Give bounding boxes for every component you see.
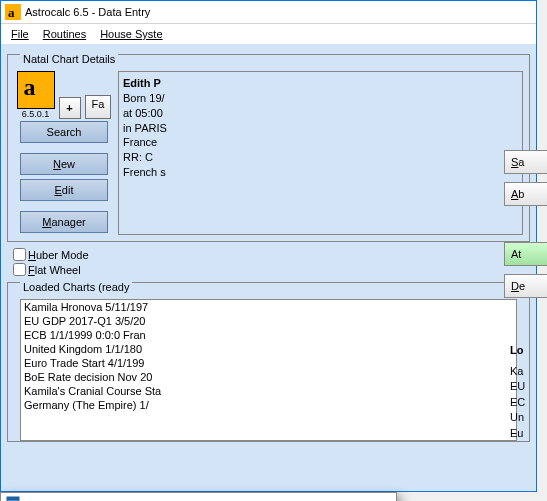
group-window-icon [5, 494, 21, 501]
main-titlebar: a Astrocalc 6.5 - Data Entry [1, 1, 536, 24]
version-label: 6.5.0.1 [17, 109, 55, 119]
loaded-charts-fieldset: Loaded Charts (ready Kamila Hronova 5/11… [7, 282, 530, 442]
attach-button[interactable]: At [504, 242, 547, 266]
list-item[interactable]: Germany (The Empire) 1/ [21, 398, 516, 412]
list-item[interactable]: Euro Trade Start 4/1/199 [21, 356, 516, 370]
menu-house-systems[interactable]: House Syste [96, 26, 166, 42]
list-item[interactable]: ECB 1/1/1999 0:0:0 Fran [21, 328, 516, 342]
save-button[interactable]: Sa [504, 150, 547, 174]
natal-chart-fieldset: Natal Chart Details 6.5.0.1 + Fa Search … [7, 54, 530, 242]
list-item[interactable]: Kamila Hronova 5/11/197 [21, 300, 516, 314]
svg-rect-3 [7, 497, 19, 500]
side-list-item: Ka [510, 364, 547, 379]
delete-button[interactable]: De [504, 274, 547, 298]
add-button[interactable]: + [59, 97, 81, 119]
side-list-item: EC [510, 395, 547, 410]
chart-info-box: Edith P Born 19/ at 05:00 in PARIS Franc… [118, 71, 523, 235]
group-titlebar [1, 493, 396, 501]
side-list-item: Un [510, 410, 547, 425]
side-buttons: Sa Ab At De Lo Ka EU EC Un Eu [504, 150, 547, 441]
flat-wheel-checkbox[interactable]: Flat Wheel [13, 263, 524, 276]
list-item[interactable]: United Kingdom 1/1/180 [21, 342, 516, 356]
list-item[interactable]: Kamila's Cranial Course Sta [21, 384, 516, 398]
loaded-charts-label: Loaded Charts (ready [20, 281, 132, 293]
main-menubar: File Routines House Syste [1, 24, 536, 44]
svg-text:a: a [8, 5, 15, 20]
edit-button[interactable]: Edit [20, 179, 108, 201]
natal-chart-label: Natal Chart Details [20, 53, 118, 65]
favorites-button[interactable]: Fa [85, 95, 112, 119]
side-list-item: Eu [510, 426, 547, 441]
huber-mode-checkbox[interactable]: Huber Mode [13, 248, 524, 261]
group-window: File Chart Files Chart Groups Active Gro… [0, 492, 397, 501]
side-loaded-label: Lo [504, 344, 547, 356]
list-item[interactable]: EU GDP 2017-Q1 3/5/20 [21, 314, 516, 328]
main-window: a Astrocalc 6.5 - Data Entry File Routin… [0, 0, 537, 492]
main-title: Astrocalc 6.5 - Data Entry [25, 6, 150, 18]
new-button[interactable]: New [20, 153, 108, 175]
menu-routines[interactable]: Routines [39, 26, 90, 42]
app-logo [17, 71, 55, 109]
menu-file[interactable]: File [7, 26, 33, 42]
search-button[interactable]: Search [20, 121, 108, 143]
loaded-charts-list[interactable]: Kamila Hronova 5/11/197 EU GDP 2017-Q1 3… [20, 299, 517, 441]
manager-button[interactable]: Manager [20, 211, 108, 233]
list-item[interactable]: BoE Rate decision Nov 20 [21, 370, 516, 384]
app-icon: a [5, 4, 21, 20]
side-list-item: EU [510, 379, 547, 394]
info-name: Edith P [123, 77, 161, 89]
about-button[interactable]: Ab [504, 182, 547, 206]
